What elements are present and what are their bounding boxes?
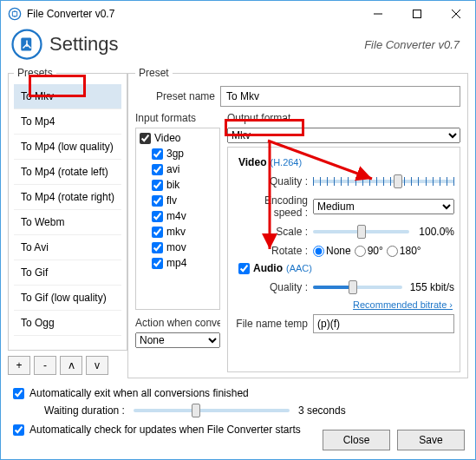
encoding-speed-select[interactable]: Medium xyxy=(313,199,454,214)
video-quality-label: Quality : xyxy=(233,175,313,187)
preset-item[interactable]: To Mkv xyxy=(14,84,121,109)
move-up-button[interactable]: ᴧ xyxy=(60,356,82,375)
format-checkbox[interactable] xyxy=(140,133,151,144)
presets-group: Presets To Mkv To Mp4 To Mp4 (low qualit… xyxy=(8,67,127,351)
format-item[interactable]: 3gp xyxy=(140,146,216,161)
preset-item[interactable]: To Webm xyxy=(14,210,121,235)
format-checkbox[interactable] xyxy=(152,148,163,160)
add-preset-button[interactable]: + xyxy=(8,356,30,375)
format-item[interactable]: m4v xyxy=(140,208,216,224)
format-item[interactable]: Video xyxy=(140,130,216,146)
format-label: 3gp xyxy=(166,148,184,160)
filename-template-label: File name temp xyxy=(233,318,313,330)
format-checkbox[interactable] xyxy=(152,242,163,253)
preset-item[interactable]: To Mp4 (rotate right) xyxy=(14,185,121,210)
rotate-90-radio[interactable] xyxy=(355,246,366,257)
page-subtitle: File Converter v0.7 xyxy=(364,38,460,51)
auto-exit-checkbox[interactable] xyxy=(13,388,24,399)
format-label: mp4 xyxy=(166,257,186,269)
format-item[interactable]: avi xyxy=(140,161,216,177)
filename-template-input[interactable] xyxy=(313,314,454,333)
svg-point-0 xyxy=(9,8,20,19)
video-heading: Video xyxy=(238,156,266,168)
auto-update-label: Automatically check for updates when Fil… xyxy=(29,424,301,436)
format-checkbox[interactable] xyxy=(152,164,163,175)
format-checkbox[interactable] xyxy=(152,211,163,222)
input-formats-label: Input formats xyxy=(135,112,220,124)
audio-quality-label: Quality : xyxy=(233,281,313,293)
video-codec: (H.264) xyxy=(270,157,302,168)
minimize-button[interactable] xyxy=(358,1,397,27)
preset-detail-group: Preset Preset name Input formats Video 3… xyxy=(127,67,468,378)
preset-legend: Preset xyxy=(135,67,173,79)
encoding-speed-label: Encoding speed : xyxy=(233,194,313,219)
format-label: flv xyxy=(166,194,177,207)
action-label: Action when conversion xyxy=(135,317,220,329)
format-label: avi xyxy=(166,163,179,175)
audio-quality-slider[interactable] xyxy=(313,279,402,295)
app-icon xyxy=(8,7,22,21)
close-settings-button[interactable]: Close xyxy=(323,430,390,450)
format-item[interactable]: bik xyxy=(140,177,216,193)
format-label: bik xyxy=(166,179,179,191)
video-quality-slider[interactable] xyxy=(313,174,454,189)
audio-bitrate-value: 155 kbit/s xyxy=(406,281,454,293)
app-logo-icon xyxy=(11,29,42,60)
page-title: Settings xyxy=(49,33,364,56)
auto-update-checkbox[interactable] xyxy=(13,424,24,436)
remove-preset-button[interactable]: - xyxy=(34,356,56,375)
rotate-label: Rotate : xyxy=(233,245,313,257)
waiting-duration-value: 3 seconds xyxy=(298,404,346,417)
scale-slider[interactable] xyxy=(313,224,409,240)
presets-list[interactable]: To Mkv To Mp4 To Mp4 (low quality) To Mp… xyxy=(14,84,121,345)
waiting-duration-slider[interactable] xyxy=(134,403,290,418)
titlebar: File Converter v0.7 xyxy=(1,1,475,27)
action-select[interactable]: None xyxy=(135,332,220,348)
header: Settings File Converter v0.7 xyxy=(1,27,475,67)
format-item[interactable]: mp4 xyxy=(140,255,216,271)
waiting-duration-label: Waiting duration : xyxy=(44,404,125,417)
recommended-bitrate-link[interactable]: Recommended bitrate › xyxy=(353,299,453,310)
save-settings-button[interactable]: Save xyxy=(397,430,465,450)
svg-rect-2 xyxy=(413,10,421,18)
format-item[interactable]: mkv xyxy=(140,224,216,240)
preset-name-label: Preset name xyxy=(135,90,215,102)
scale-label: Scale : xyxy=(233,226,313,238)
format-label: m4v xyxy=(166,210,186,222)
format-checkbox[interactable] xyxy=(152,227,163,238)
rotate-180-radio[interactable] xyxy=(387,246,398,257)
preset-item[interactable]: To Mp4 xyxy=(14,109,121,135)
output-format-select[interactable]: Mkv xyxy=(227,128,460,143)
auto-exit-label: Automatically exit when all conversions … xyxy=(29,387,249,399)
format-item[interactable]: mov xyxy=(140,240,216,255)
output-format-label: Output format xyxy=(227,112,460,124)
preset-item[interactable]: To Gif xyxy=(14,260,121,286)
output-settings-panel: Video (H.264) Quality : Encoding speed :… xyxy=(227,147,460,372)
move-down-button[interactable]: v xyxy=(86,356,108,375)
format-label: mov xyxy=(166,241,186,253)
rotate-radio-group[interactable]: None 90° 180° xyxy=(313,245,454,257)
preset-item[interactable]: To Mp4 (low quality) xyxy=(14,135,121,160)
preset-item[interactable]: To Mp4 (rotate left) xyxy=(14,160,121,185)
close-button[interactable] xyxy=(436,1,475,27)
format-item[interactable]: flv xyxy=(140,193,216,208)
preset-name-input[interactable] xyxy=(220,86,460,107)
format-label: Video xyxy=(154,132,180,144)
audio-heading: Audio xyxy=(253,262,283,274)
format-checkbox[interactable] xyxy=(152,258,163,269)
input-formats-list[interactable]: Video 3gp avi bik flv m4v mkv mov mp4 xyxy=(135,128,220,310)
format-checkbox[interactable] xyxy=(152,180,163,191)
audio-codec: (AAC) xyxy=(286,263,312,273)
maximize-button[interactable] xyxy=(397,1,436,27)
preset-item[interactable]: To Gif (low quality) xyxy=(14,286,121,311)
audio-enable-checkbox[interactable] xyxy=(238,263,250,274)
scale-value: 100.0% xyxy=(413,226,454,238)
format-checkbox[interactable] xyxy=(152,195,163,207)
window-title: File Converter v0.7 xyxy=(27,8,358,20)
preset-item[interactable]: To Avi xyxy=(14,235,121,260)
preset-item[interactable]: To Ogg xyxy=(14,311,121,336)
format-label: mkv xyxy=(166,226,186,238)
rotate-none-radio[interactable] xyxy=(313,246,324,257)
presets-legend: Presets xyxy=(14,67,56,79)
